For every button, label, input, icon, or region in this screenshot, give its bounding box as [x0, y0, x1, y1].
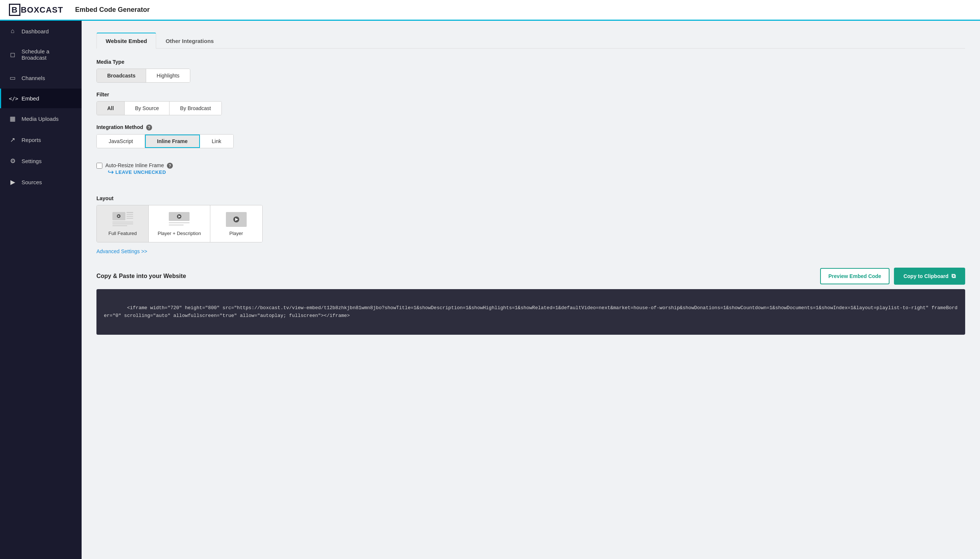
svg-rect-13	[169, 222, 189, 223]
copy-to-clipboard-label: Copy to Clipboard	[904, 273, 948, 279]
filter-label: Filter	[96, 91, 965, 98]
sidebar-item-sources[interactable]: ▶ Sources	[0, 172, 81, 193]
sidebar-item-label: Settings	[22, 158, 41, 164]
filter-all[interactable]: All	[97, 102, 124, 115]
media-type-broadcasts[interactable]: Broadcasts	[97, 69, 146, 82]
layout-section: Layout	[96, 195, 965, 242]
svg-rect-3	[126, 212, 133, 213]
sidebar-item-channels[interactable]: ▭ Channels	[0, 68, 81, 89]
svg-rect-5	[126, 216, 133, 217]
camera-icon: ▶	[9, 178, 16, 186]
layout-player-description[interactable]: Player + Description	[149, 205, 210, 242]
top-bar: BBOXCAST Embed Code Generator	[0, 0, 980, 21]
sidebar-item-label: Reports	[22, 137, 41, 143]
tab-website-embed[interactable]: Website Embed	[96, 33, 156, 48]
page-title: Embed Code Generator	[75, 6, 149, 14]
copy-section-header: Copy & Paste into your Website Preview E…	[96, 268, 965, 285]
annotation-text: LEAVE UNCHECKED	[115, 169, 166, 175]
svg-rect-14	[169, 225, 184, 225]
full-featured-icon	[112, 211, 134, 228]
logo: BBOXCAST	[9, 5, 63, 15]
layout-full-featured[interactable]: Full Featured	[97, 205, 149, 242]
integration-method-section: Integration Method ? JavaScript Inline F…	[96, 124, 965, 148]
svg-rect-8	[113, 223, 133, 224]
integration-method-group: JavaScript Inline Frame Link	[96, 134, 234, 148]
advanced-settings-link[interactable]: Advanced Settings >>	[96, 248, 147, 254]
tabs-bar: Website Embed Other Integrations	[96, 33, 965, 48]
filter-group: All By Source By Broadcast	[96, 101, 222, 115]
image-icon: ▦	[9, 115, 16, 123]
arrow-icon: ↩	[108, 167, 114, 177]
app-layout: ⌂ Dashboard ◻ Schedule a Broadcast ▭ Cha…	[0, 21, 980, 559]
integration-inline-frame[interactable]: Inline Frame	[145, 134, 199, 148]
tab-other-integrations[interactable]: Other Integrations	[156, 33, 223, 48]
sidebar-item-label: Media Uploads	[22, 116, 59, 122]
embed-code-text: <iframe width="720" height="800" src="ht…	[104, 305, 957, 318]
layout-player-description-label: Player + Description	[158, 231, 201, 236]
layout-player[interactable]: Player	[210, 205, 262, 242]
layout-label: Layout	[96, 195, 965, 201]
media-type-label: Media Type	[96, 59, 965, 65]
svg-rect-4	[126, 214, 133, 215]
annotation: ↩ LEAVE UNCHECKED	[108, 167, 166, 177]
calendar-icon: ◻	[9, 51, 16, 59]
home-icon: ⌂	[9, 27, 16, 35]
sidebar-item-schedule[interactable]: ◻ Schedule a Broadcast	[0, 41, 81, 68]
sidebar-item-reports[interactable]: ↗ Reports	[0, 129, 81, 150]
gear-icon: ⚙	[9, 157, 16, 165]
media-type-group: Broadcasts Highlights	[96, 69, 190, 83]
chart-icon: ↗	[9, 136, 16, 144]
svg-rect-6	[126, 218, 133, 219]
player-description-icon	[168, 211, 190, 228]
auto-resize-container: Auto-Resize Inline Frame ? ↩ LEAVE UNCHE…	[96, 157, 173, 170]
sidebar-item-label: Dashboard	[22, 28, 48, 35]
filter-by-source[interactable]: By Source	[124, 102, 170, 115]
clipboard-icon: ⧉	[952, 273, 955, 280]
player-icon	[225, 211, 247, 228]
integration-javascript[interactable]: JavaScript	[97, 134, 145, 148]
main-content: Website Embed Other Integrations Media T…	[81, 21, 980, 559]
preview-embed-code-button[interactable]: Preview Embed Code	[820, 268, 889, 284]
copy-to-clipboard-button[interactable]: Copy to Clipboard ⧉	[894, 268, 965, 285]
copy-section-title: Copy & Paste into your Website	[96, 273, 186, 280]
filter-by-broadcast[interactable]: By Broadcast	[169, 102, 221, 115]
sidebar-item-label: Channels	[22, 75, 45, 81]
filter-section: Filter All By Source By Broadcast	[96, 91, 965, 115]
copy-buttons: Preview Embed Code Copy to Clipboard ⧉	[820, 268, 965, 285]
sidebar-item-dashboard[interactable]: ⌂ Dashboard	[0, 21, 81, 41]
media-type-section: Media Type Broadcasts Highlights	[96, 59, 965, 83]
embed-icon: </>	[9, 96, 16, 102]
layout-player-label: Player	[229, 231, 243, 236]
sidebar-item-media[interactable]: ▦ Media Uploads	[0, 108, 81, 129]
copy-section: Copy & Paste into your Website Preview E…	[96, 268, 965, 335]
auto-resize-info-icon[interactable]: ?	[167, 163, 173, 169]
sidebar: ⌂ Dashboard ◻ Schedule a Broadcast ▭ Cha…	[0, 21, 81, 559]
svg-rect-9	[113, 225, 127, 226]
layout-options: Full Featured Player + Description	[96, 205, 263, 242]
svg-rect-7	[113, 222, 133, 222]
auto-resize-checkbox[interactable]	[96, 163, 102, 169]
sidebar-item-label: Schedule a Broadcast	[22, 48, 73, 61]
integration-link[interactable]: Link	[200, 134, 233, 148]
embed-code-block: <iframe width="720" height="800" src="ht…	[96, 289, 965, 335]
integration-method-label: Integration Method ?	[96, 124, 965, 131]
sidebar-item-settings[interactable]: ⚙ Settings	[0, 150, 81, 172]
media-type-highlights[interactable]: Highlights	[146, 69, 189, 82]
sidebar-item-label: Sources	[22, 179, 42, 185]
layout-full-featured-label: Full Featured	[108, 231, 137, 236]
monitor-icon: ▭	[9, 74, 16, 82]
sidebar-item-embed[interactable]: </> Embed	[0, 89, 81, 108]
sidebar-item-label: Embed	[22, 95, 39, 102]
integration-info-icon[interactable]: ?	[146, 124, 152, 131]
